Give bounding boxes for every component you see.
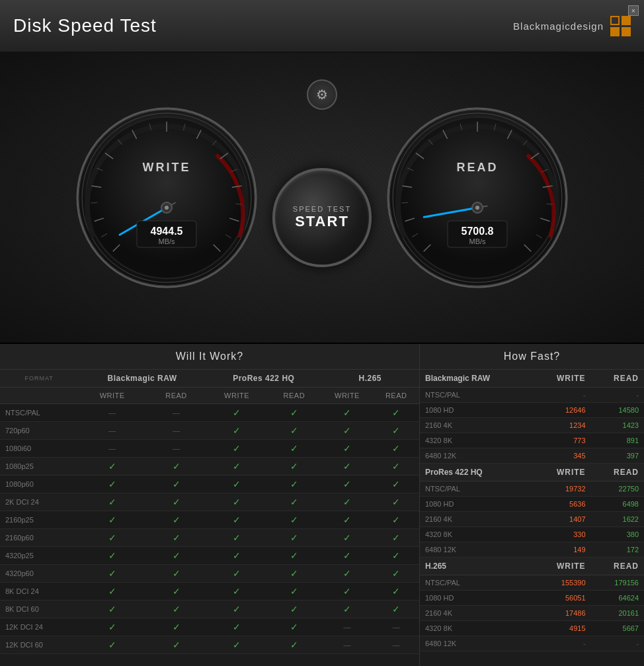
check-cell: ✓ [321,583,374,601]
dash-cell: — [146,404,206,422]
col-pro-write: WRITE [206,388,267,404]
svg-text:5700.8: 5700.8 [462,226,494,237]
svg-text:WRITE: WRITE [143,161,191,174]
check-cell: ✓ [146,476,206,493]
read-value: 891 [591,433,644,448]
will-it-work-table: FORMAT Blackmagic RAW ProRes 422 HQ H.26… [0,370,419,654]
group-header-row: ProRes 422 HQ WRITE READ [420,464,644,481]
check-cell: ✓ [373,476,419,493]
svg-text:MB/s: MB/s [469,237,486,245]
table-row: NTSC/PAL 155390 179156 [420,575,644,591]
table-row: 6480 12K - - [420,636,644,651]
check-cell: ✓ [206,511,267,529]
table-row: 4320 8K 773 891 [420,433,644,448]
table-row: 1080 HD 12646 14580 [420,403,644,418]
format-cell: 4320 8K [420,621,532,636]
group-header-row: H.265 WRITE READ [420,558,644,575]
close-button[interactable]: × [628,5,639,16]
title-bar: × Disk Speed Test Blackmagicdesign [0,0,644,53]
right-panel: How Fast? Blackmagic RAW WRITE READ NTSC… [420,344,644,666]
write-value: 5636 [532,497,591,512]
col-h265-write: WRITE [321,388,374,404]
col-braw: Blackmagic RAW [78,370,206,388]
table-row: 2160 4K 1234 1423 [420,418,644,433]
brand-name: Blackmagicdesign [513,21,604,32]
write-header: WRITE [532,464,591,481]
start-button[interactable]: SPEED TEST START [272,168,372,267]
logo-cell-2 [622,16,631,25]
check-cell: ✓ [146,601,206,618]
read-header: READ [591,370,644,388]
write-value: 19732 [532,481,591,497]
format-cell: 1080i60 [0,440,78,458]
format-cell: NTSC/PAL [0,404,78,422]
table-row: 2K DCI 24✓✓✓✓✓✓ [0,493,419,511]
write-value: - [532,388,591,403]
table-row: 2160p25✓✓✓✓✓✓ [0,511,419,529]
app-title: Disk Speed Test [13,15,157,36]
table-row: 4320 8K 4915 5667 [420,621,644,636]
format-cell: 8K DCI 24 [0,583,78,601]
check-cell: ✓ [373,404,419,422]
read-value: - [591,636,644,651]
format-cell: 4320 8K [420,527,532,542]
table-row: 6480 12K 149 172 [420,542,644,558]
logo-cell-4 [622,27,631,36]
check-cell: ✓ [206,529,267,547]
table-row: 2160 4K 1407 1622 [420,512,644,527]
format-cell: 12K DCI 24 [0,618,78,636]
write-header: WRITE [532,370,591,388]
start-label-top: SPEED TEST [293,205,351,213]
svg-line-49 [401,202,408,203]
read-value: 380 [591,527,644,542]
check-cell: ✓ [321,440,374,458]
check-cell: ✓ [78,547,146,565]
table-row: 6480 12K 345 397 [420,448,644,464]
start-button-container: SPEED TEST START [272,148,372,247]
check-cell: ✓ [321,601,374,618]
group-name: H.265 [420,558,532,575]
col-pro-read: READ [267,388,321,404]
table-row: NTSC/PAL 19732 22750 [420,481,644,497]
how-fast-table: Blackmagic RAW WRITE READ NTSC/PAL - - 1… [420,370,644,651]
table-row: 1080i60——✓✓✓✓ [0,440,419,458]
format-cell: 12K DCI 60 [0,636,78,654]
table-row: 4320 8K 330 380 [420,527,644,542]
write-value: 155390 [532,575,591,591]
check-cell: ✓ [373,565,419,583]
format-cell: 1080 HD [420,403,532,418]
check-cell: ✓ [146,618,206,636]
svg-text:MB/s: MB/s [158,237,175,245]
dash-cell: — [146,422,206,440]
check-cell: ✓ [321,422,374,440]
check-cell: ✓ [206,601,267,618]
check-cell: ✓ [267,404,321,422]
check-cell: ✓ [373,529,419,547]
check-cell: ✓ [146,583,206,601]
svg-point-62 [475,206,479,210]
write-value: 4915 [532,621,591,636]
read-value: 5667 [591,621,644,636]
bottom-section: Will It Work? FORMAT Blackmagic RAW ProR… [0,344,644,666]
format-cell: 4320p60 [0,565,78,583]
dash-cell: — [146,440,206,458]
check-cell: ✓ [146,547,206,565]
dash-cell: — [78,440,146,458]
read-value: 14580 [591,403,644,418]
col-format-sub [0,388,78,404]
check-cell: ✓ [206,636,267,654]
svg-point-3 [86,117,247,278]
check-cell: ✓ [267,547,321,565]
check-cell: ✓ [146,493,206,511]
table-row: 2160p60✓✓✓✓✓✓ [0,529,419,547]
check-cell: ✓ [206,404,267,422]
check-cell: ✓ [321,458,374,476]
table-row: 2160 4K 17486 20161 [420,606,644,621]
dash-cell: — [321,636,374,654]
settings-button[interactable]: ⚙ [307,79,337,110]
check-cell: ✓ [206,547,267,565]
write-header: WRITE [532,558,591,575]
check-cell: ✓ [267,583,321,601]
col-h265-read: READ [373,388,419,404]
write-value: 56051 [532,591,591,606]
